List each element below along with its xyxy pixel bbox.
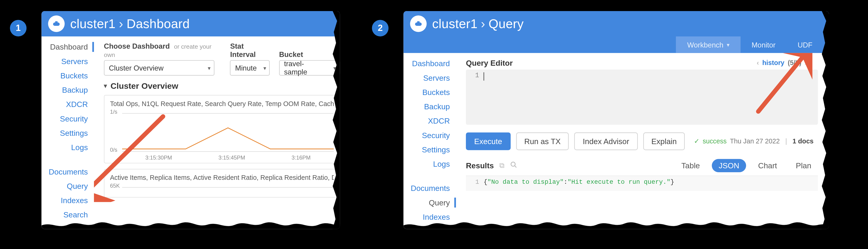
section-cluster-overview[interactable]: Cluster Overview: [104, 81, 340, 91]
y-tick-top: 65K: [110, 183, 120, 188]
chart-plot: [122, 110, 334, 150]
dashboard-window: cluster1 › Dashboard Dashboard Servers B…: [41, 11, 340, 229]
bucket-label: Bucket: [279, 50, 340, 59]
y-tick-bottom: 0/s: [110, 147, 117, 153]
choose-dashboard-label: Choose Dashboard or create your own: [104, 42, 221, 59]
sidebar-item-security[interactable]: Security: [41, 114, 94, 123]
sidebar-item-documents[interactable]: Documents: [41, 167, 94, 177]
sidebar-item-xdcr[interactable]: XDCR: [404, 116, 456, 126]
history-next-icon[interactable]: ›: [805, 59, 807, 67]
status-date: Thu Jan 27 2022: [730, 137, 780, 145]
sidebar-item-documents[interactable]: Documents: [404, 183, 456, 193]
sidebar-item-logs[interactable]: Logs: [41, 142, 94, 152]
breadcrumb: cluster1 › Query: [432, 16, 524, 31]
breadcrumb-separator-icon: ›: [481, 16, 485, 31]
copy-icon[interactable]: ⧉: [499, 161, 504, 170]
sidebar-item-servers[interactable]: Servers: [404, 73, 456, 83]
sidebar-item-servers[interactable]: Servers: [41, 56, 94, 66]
tab-udf[interactable]: UDF: [786, 36, 824, 53]
sidebar-item-indexes[interactable]: Indexes: [404, 212, 456, 222]
choose-dashboard-select[interactable]: Cluster Overview: [104, 60, 214, 76]
svg-point-5: [511, 162, 515, 166]
view-tab-chart[interactable]: Chart: [751, 159, 783, 172]
sidebar-item-dashboard[interactable]: Dashboard: [41, 42, 94, 52]
sidebar-item-buckets[interactable]: Buckets: [41, 71, 94, 80]
breadcrumb-separator-icon: ›: [119, 16, 123, 31]
bucket-select[interactable]: travel-sample: [279, 60, 340, 76]
svg-rect-4: [417, 21, 420, 23]
query-status: ✓ success Thu Jan 27 2022 | 1 docs: [694, 137, 813, 145]
page-title: Dashboard: [126, 16, 190, 31]
cluster-name[interactable]: cluster1: [70, 16, 116, 31]
results-output[interactable]: 1 {"No data to display":"Hit execute to …: [466, 175, 818, 191]
query-subtabs: Workbench▾ Monitor UDF: [404, 36, 829, 53]
stat-interval-label: Stat Interval: [230, 42, 270, 59]
execute-button[interactable]: Execute: [466, 133, 510, 150]
history-link[interactable]: history: [762, 59, 784, 67]
results-title: Results: [466, 161, 494, 170]
view-tab-table[interactable]: Table: [675, 159, 707, 172]
sidebar-nav: Dashboard Servers Buckets Backup XDCR Se…: [404, 53, 456, 229]
cluster-name[interactable]: cluster1: [432, 16, 477, 31]
chevron-down-icon: ▾: [727, 42, 730, 48]
sidebar-item-search[interactable]: Search: [41, 210, 94, 220]
chart-title: Active Items, Replica Items, Active Resi…: [110, 174, 334, 182]
status-text: success: [703, 137, 727, 145]
sidebar-item-xdcr[interactable]: XDCR: [41, 99, 94, 109]
page-title: Query: [489, 16, 524, 31]
query-editor-title: Query Editor: [466, 59, 513, 67]
sidebar-item-settings[interactable]: Settings: [41, 128, 94, 138]
tab-monitor[interactable]: Monitor: [741, 36, 787, 53]
sidebar-item-logs[interactable]: Logs: [404, 159, 456, 169]
y-tick-top: 1/s: [110, 109, 117, 115]
editor-line-gutter: 1: [466, 72, 484, 122]
stat-interval-select[interactable]: Minute: [230, 60, 270, 76]
app-header: cluster1 › Dashboard: [41, 11, 340, 36]
view-tab-plan[interactable]: Plan: [789, 159, 818, 172]
step-badge-2: 2: [372, 20, 389, 36]
couchbase-logo-icon: [48, 15, 65, 32]
sidebar-nav: Dashboard Servers Buckets Backup XDCR Se…: [41, 36, 94, 229]
chart-total-ops[interactable]: Total Ops, N1QL Request Rate, Search Que…: [104, 95, 340, 164]
breadcrumb: cluster1 › Dashboard: [70, 16, 190, 31]
tab-workbench[interactable]: Workbench▾: [676, 36, 741, 53]
dashboard-filters: Choose Dashboard or create your own Clus…: [104, 42, 340, 76]
x-ticks: 3:15:30PM 3:15:45PM 3:16PM: [122, 154, 334, 161]
results-json-line: {"No data to display":"Hit execute to ru…: [484, 178, 674, 188]
search-icon[interactable]: [510, 161, 517, 170]
svg-line-6: [514, 166, 516, 167]
couchbase-logo-icon: [410, 15, 427, 32]
view-tab-json[interactable]: JSON: [712, 159, 746, 172]
history-nav: ‹ history (5/5) ›: [757, 59, 807, 67]
svg-rect-3: [415, 23, 422, 26]
sidebar-item-indexes[interactable]: Indexes: [41, 195, 94, 205]
sidebar-item-buckets[interactable]: Buckets: [404, 87, 456, 97]
query-editor-input[interactable]: 1: [466, 70, 818, 125]
check-icon: ✓: [694, 137, 700, 145]
step-badge-1: 1: [10, 20, 27, 36]
sidebar-item-settings[interactable]: Settings: [404, 145, 456, 154]
chart-title: Total Ops, N1QL Request Rate, Search Que…: [110, 100, 334, 108]
history-count: (5/5): [788, 59, 801, 67]
run-as-tx-button[interactable]: Run as TX: [516, 133, 569, 150]
chart-active-items[interactable]: Active Items, Replica Items, Active Resi…: [104, 169, 340, 198]
svg-rect-1: [55, 21, 58, 23]
sidebar-item-query[interactable]: Query: [41, 181, 94, 191]
results-line-gutter: 1: [466, 178, 484, 188]
app-header: cluster1 › Query: [404, 11, 829, 36]
sidebar-item-backup[interactable]: Backup: [404, 101, 456, 111]
sidebar-item-query[interactable]: Query: [404, 198, 456, 208]
index-advisor-button[interactable]: Index Advisor: [575, 133, 638, 150]
svg-rect-0: [53, 23, 60, 26]
query-window: cluster1 › Query Workbench▾ Monitor UDF …: [404, 11, 829, 229]
history-prev-icon[interactable]: ‹: [757, 59, 759, 67]
sidebar-item-dashboard[interactable]: Dashboard: [404, 59, 456, 69]
sidebar-item-security[interactable]: Security: [404, 130, 456, 140]
explain-button[interactable]: Explain: [643, 133, 685, 150]
text-cursor-icon: [484, 72, 484, 81]
sidebar-item-backup[interactable]: Backup: [41, 85, 94, 95]
status-docs: 1 docs: [793, 137, 813, 145]
